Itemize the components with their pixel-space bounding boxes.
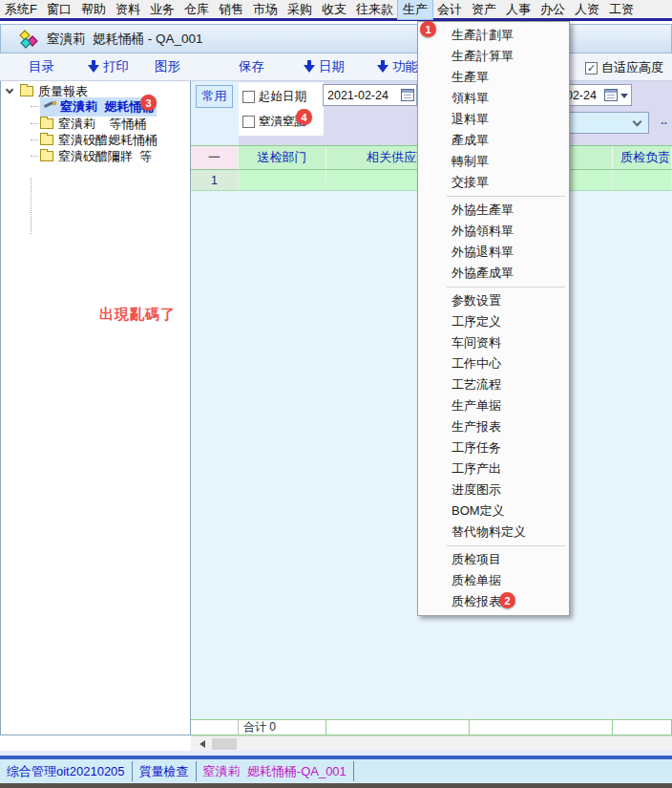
- menu-item-handover-order[interactable]: 交接單: [418, 172, 569, 193]
- menu-item-assets[interactable]: 资产: [467, 0, 501, 19]
- grid-cell[interactable]: [613, 170, 672, 190]
- scrollbar-thumb[interactable]: [212, 738, 237, 750]
- menu-item-production-plan[interactable]: 生產計劃單: [418, 25, 569, 46]
- menu-item-system[interactable]: 系统F: [0, 0, 42, 19]
- tree-item-label: 窒潰莉 等悀桶: [58, 116, 146, 133]
- arrow-down-icon: [377, 60, 388, 74]
- app-logo-icon: [20, 32, 41, 47]
- graph-button[interactable]: 图形: [155, 58, 180, 75]
- menu-item-accounts[interactable]: 往来款: [351, 0, 398, 19]
- save-button[interactable]: 保存: [239, 58, 264, 75]
- menu-item-parameter-settings[interactable]: 参数设置: [418, 290, 569, 311]
- print-button[interactable]: 打印: [88, 58, 129, 75]
- window-title-bar: 窒潰莉 媤耗悀桶 - QA_001: [0, 24, 672, 53]
- menu-item-production-calc[interactable]: 生產計算單: [418, 46, 569, 67]
- menu-item-substitute-material[interactable]: 替代物料定义: [418, 522, 569, 543]
- menu-separator: [447, 196, 565, 197]
- garbled-text-note: 出現亂碼了: [99, 306, 176, 324]
- report-tree-panel: 质量報表 窒潰莉 媤耗悀桶 窒潰莉 等悀桶 窒潰砓醴媤耗悀桶 窒潰砓醴隬牂 等: [0, 81, 191, 735]
- checkbox-unchecked-icon: [242, 116, 255, 128]
- production-dropdown-menu: 生產計劃單 生產計算單 生產單 領料單 退料單 產成單 轉制單 交接單 外協生產…: [417, 21, 570, 616]
- start-date-checkbox[interactable]: 起始日期: [242, 89, 306, 105]
- tree-stub: [31, 106, 38, 107]
- menu-item-qc-items[interactable]: 质检项目: [418, 549, 569, 570]
- autofit-height-checkbox[interactable]: ✓ 自适应高度: [585, 59, 663, 76]
- menu-item-work-center[interactable]: 工作中心: [418, 353, 569, 374]
- date-button[interactable]: 日期: [304, 58, 345, 75]
- menu-item-sales[interactable]: 销售: [214, 0, 248, 19]
- menu-item-outsourced-requisition[interactable]: 外協領料單: [418, 221, 569, 242]
- form-left-panel: 常用: [191, 81, 239, 145]
- menu-item-finished-goods[interactable]: 產成單: [418, 130, 569, 151]
- tree-guide-line: [31, 178, 32, 234]
- menu-item-transfer-order[interactable]: 轉制單: [418, 151, 569, 172]
- menu-item-production-order[interactable]: 生產單: [418, 67, 569, 88]
- menu-item-bom-definition[interactable]: BOM定义: [418, 500, 569, 522]
- horizontal-scrollbar[interactable]: [191, 735, 672, 751]
- menu-item-personnel[interactable]: 人资: [570, 0, 604, 19]
- menu-item-process-tasks[interactable]: 工序任务: [418, 437, 569, 458]
- menu-item-material-return[interactable]: 退料單: [418, 109, 569, 130]
- column-header-department[interactable]: 送检部门: [239, 146, 326, 169]
- menu-separator: [447, 287, 565, 288]
- menu-item-qc-documents[interactable]: 质检单据: [418, 570, 569, 591]
- tree-item-label: 窒潰砓醴隬牂 等: [58, 148, 152, 165]
- common-button[interactable]: 常用: [196, 85, 233, 108]
- chevron-expanded-icon[interactable]: [6, 86, 13, 94]
- status-segment-report: 窒潰莉 媤耗悀桶-QA_001: [197, 761, 354, 781]
- menu-item-market[interactable]: 市场: [248, 0, 283, 19]
- menu-item-help[interactable]: 帮助: [76, 0, 111, 19]
- menu-item-warehouse[interactable]: 仓库: [179, 0, 214, 19]
- graph-label: 图形: [155, 58, 180, 75]
- menu-item-production[interactable]: 生产: [398, 0, 432, 19]
- menu-item-process-definition[interactable]: 工序定义: [418, 311, 569, 332]
- menu-item-business[interactable]: 业务: [145, 0, 179, 19]
- more-button[interactable]: ..: [661, 113, 667, 127]
- column-header-qc-lead[interactable]: 质检负责: [613, 146, 672, 169]
- chevron-down-icon[interactable]: [633, 117, 642, 126]
- tree-item-selected[interactable]: 窒潰莉 媤耗悀桶: [31, 98, 157, 115]
- autofit-label: 自适应高度: [601, 59, 663, 76]
- window-title: 窒潰莉 媤耗悀桶 - QA_001: [47, 31, 203, 48]
- menu-item-accounting[interactable]: 会计: [432, 0, 467, 19]
- menu-item-qc-reports[interactable]: 质检报表: [418, 591, 569, 612]
- menu-item-data[interactable]: 资料: [111, 0, 145, 19]
- menu-item-process-flow[interactable]: 工艺流程: [418, 374, 569, 395]
- date-label: 日期: [319, 58, 345, 75]
- menu-item-office[interactable]: 办公: [536, 0, 570, 19]
- menu-item-wages[interactable]: 工资: [604, 0, 639, 19]
- footer-total-cell: 合计 0: [239, 720, 326, 735]
- row-number-cell: 1: [191, 170, 239, 190]
- tree-item[interactable]: 窒潰砓醴隬牂 等: [31, 148, 152, 164]
- menu-item-production-reports[interactable]: 生产报表: [418, 416, 569, 437]
- tree-item[interactable]: 窒潰砓醴媤耗悀桶: [31, 132, 158, 148]
- catalog-button[interactable]: 目录: [29, 58, 54, 75]
- functions-button[interactable]: 功能: [377, 58, 418, 75]
- tree-stub: [31, 156, 38, 157]
- scroll-left-arrow[interactable]: [194, 738, 207, 750]
- menu-item-progress-chart[interactable]: 进度图示: [418, 479, 569, 500]
- menu-item-outsourced-production[interactable]: 外協生產單: [418, 200, 569, 221]
- tree-item[interactable]: 窒潰莉 等悀桶: [31, 116, 146, 132]
- calendar-icon[interactable]: [604, 89, 618, 101]
- menu-item-workshop-data[interactable]: 车间资料: [418, 332, 569, 353]
- menu-item-outsourced-return[interactable]: 外協退料單: [418, 242, 569, 263]
- menu-item-hr[interactable]: 人事: [501, 0, 536, 19]
- start-date-field[interactable]: 2021-02-24: [323, 84, 417, 106]
- menu-item-production-documents[interactable]: 生产单据: [418, 395, 569, 416]
- menu-item-window[interactable]: 窗口: [42, 0, 76, 19]
- folder-icon: [40, 118, 53, 129]
- dropdown-arrow-icon[interactable]: [620, 94, 628, 102]
- arrow-down-icon: [304, 60, 315, 74]
- folder-icon: [40, 151, 53, 161]
- menu-item-purchase[interactable]: 采购: [283, 0, 317, 19]
- menu-item-process-output[interactable]: 工序产出: [418, 458, 569, 479]
- menu-item-material-requisition[interactable]: 領料單: [418, 88, 569, 109]
- menu-item-payments[interactable]: 收支: [317, 0, 351, 19]
- calendar-icon[interactable]: [401, 89, 414, 101]
- menu-item-outsourced-finished[interactable]: 外協產成單: [418, 263, 569, 284]
- annotation-badge-3: 3: [140, 95, 157, 111]
- folder-icon: [20, 86, 33, 96]
- grid-corner-header[interactable]: 一: [191, 146, 239, 169]
- grid-cell[interactable]: [239, 170, 326, 190]
